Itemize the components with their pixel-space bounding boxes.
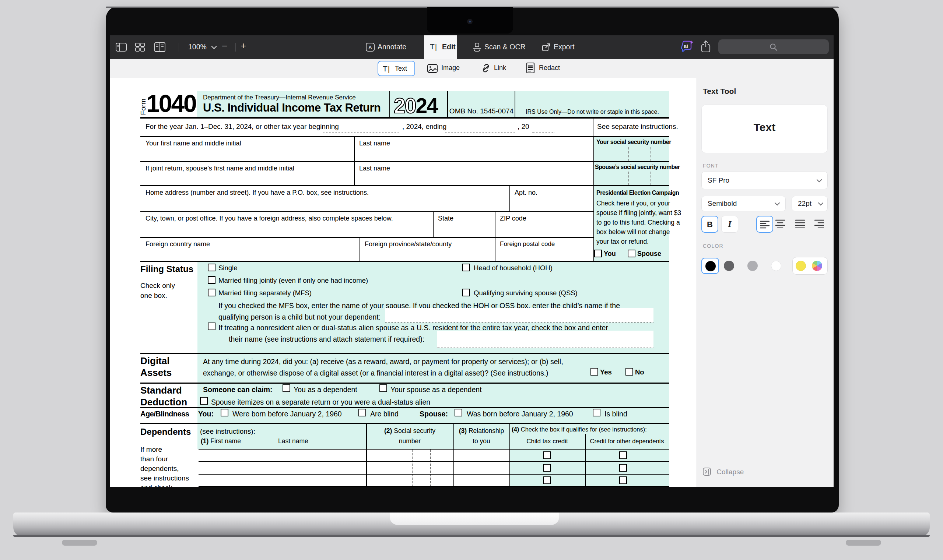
divider: [510, 186, 510, 211]
digital-yes-label: Yes: [600, 368, 612, 376]
camera-notch: [427, 7, 513, 34]
single-checkbox[interactable]: [208, 264, 216, 271]
divider: [199, 486, 669, 487]
divider: [495, 212, 495, 237]
campaign-you-checkbox[interactable]: [594, 250, 602, 257]
tax-year-end-field[interactable]: [445, 124, 515, 133]
scan-ocr-icon[interactable]: [473, 42, 481, 52]
divider: [140, 185, 669, 186]
tool-redact-label[interactable]: Redact: [539, 64, 560, 72]
spouse-itemizes-checkbox[interactable]: [200, 397, 208, 405]
campaign-spouse-checkbox[interactable]: [628, 250, 635, 257]
presidential-line: to go to this fund. Checking a: [596, 219, 680, 227]
divider: [140, 161, 669, 162]
font-weight-select[interactable]: Semibold: [701, 196, 786, 211]
form-number: 1040: [146, 88, 196, 119]
ssn-separator: [412, 449, 413, 487]
laptop-base: [13, 512, 930, 537]
font-size-select[interactable]: 22pt: [792, 196, 828, 211]
divider: [140, 383, 669, 384]
collapse-panel-icon: [703, 468, 711, 476]
thumbnails-view-icon[interactable]: [135, 43, 145, 52]
qualifying-person-field[interactable]: [385, 308, 653, 323]
tab-export[interactable]: Export: [554, 43, 574, 51]
font-family-select[interactable]: SF Pro: [701, 172, 828, 189]
tab-edit[interactable]: T| Edit: [424, 35, 457, 59]
link-tool-icon[interactable]: [481, 63, 491, 73]
sidebar-toggle-icon[interactable]: [116, 43, 127, 52]
tab-annotate[interactable]: Annotate: [378, 43, 406, 51]
two-page-view-icon[interactable]: [154, 42, 165, 52]
zoom-level[interactable]: 100%: [188, 43, 206, 51]
zoom-in-button[interactable]: +: [240, 41, 246, 51]
spouse-blind-checkbox[interactable]: [593, 409, 601, 416]
dep2-ctc-checkbox[interactable]: [543, 464, 551, 472]
tax-year-20-field[interactable]: [532, 124, 555, 133]
color-wheel-swatch[interactable]: [812, 261, 822, 271]
foreign-country-label: Foreign country name: [145, 240, 210, 249]
ai-assistant-icon[interactable]: ai: [679, 40, 695, 54]
collapse-button[interactable]: Collapse: [703, 468, 744, 476]
dep1-ctc-checkbox[interactable]: [543, 451, 551, 459]
export-icon[interactable]: [542, 43, 551, 52]
font-section-label: FONT: [703, 163, 719, 169]
tool-link-label[interactable]: Link: [494, 64, 506, 72]
claim-spouse-checkbox[interactable]: [379, 385, 387, 392]
tool-text-button[interactable]: T| Text: [378, 61, 415, 76]
align-center-icon[interactable]: [775, 220, 785, 228]
color-black-swatch[interactable]: [701, 258, 719, 274]
apt-no-label: Apt. no.: [515, 189, 538, 197]
italic-button[interactable]: I: [721, 216, 738, 233]
you-born-checkbox[interactable]: [220, 409, 228, 416]
digital-no-checkbox[interactable]: [626, 368, 633, 375]
filing-note: one box.: [140, 291, 167, 300]
nra-name-field[interactable]: [437, 331, 653, 348]
ssn-separator: [650, 172, 651, 185]
annotate-icon[interactable]: A: [366, 43, 374, 52]
align-left-button[interactable]: [756, 216, 773, 233]
irs-use-only: IRS Use Only—Do not write or staple in t…: [517, 108, 668, 115]
chevron-down-icon: [816, 179, 822, 183]
bold-button[interactable]: B: [701, 216, 718, 233]
color-white-swatch[interactable]: [771, 261, 781, 271]
digital-no-label: No: [635, 368, 644, 376]
share-icon[interactable]: [700, 40, 711, 53]
svg-text:A: A: [368, 45, 372, 50]
color-yellow-swatch[interactable]: [796, 261, 806, 271]
spouse-first-name-label: If joint return, spouse’s first name and…: [145, 164, 294, 173]
text-preview: Text: [702, 121, 827, 134]
you-blind-checkbox[interactable]: [358, 409, 366, 416]
redact-tool-icon[interactable]: [526, 63, 535, 74]
mfj-checkbox[interactable]: [208, 276, 216, 284]
mfs-checkbox[interactable]: [208, 289, 216, 296]
digital-yes-checkbox[interactable]: [590, 368, 598, 375]
tab-scan-ocr[interactable]: Scan & OCR: [484, 43, 525, 51]
mfs-label: Married filing separately (MFS): [219, 289, 312, 297]
divider: [593, 118, 593, 136]
document-viewer[interactable]: Form 1040 Department of the Treasury—Int…: [110, 78, 696, 487]
dep3-ctc-checkbox[interactable]: [543, 477, 551, 484]
presidential-line: your tax or refund.: [596, 238, 649, 246]
zoom-out-button[interactable]: −: [222, 41, 227, 51]
dep3-odc-checkbox[interactable]: [619, 477, 627, 484]
color-darkgray-swatch[interactable]: [724, 261, 734, 271]
nra-checkbox[interactable]: [208, 323, 216, 330]
claim-you-checkbox[interactable]: [282, 385, 290, 392]
dep-col4-header: (4) Check the box if qualifies for (see …: [512, 426, 647, 433]
form-title: U.S. Individual Income Tax Return: [203, 101, 381, 115]
tool-image-label[interactable]: Image: [441, 64, 460, 72]
tax-year-begin-field[interactable]: [324, 124, 399, 133]
align-right-icon[interactable]: [814, 220, 824, 228]
hoh-checkbox[interactable]: [462, 264, 470, 271]
search-input[interactable]: [718, 39, 829, 54]
spouse-born-checkbox[interactable]: [455, 409, 462, 416]
align-justify-icon[interactable]: [795, 220, 805, 228]
color-lightgray-swatch[interactable]: [747, 261, 758, 271]
zoom-chevron-down-icon[interactable]: [211, 46, 217, 49]
dep1-odc-checkbox[interactable]: [619, 451, 627, 459]
filing-note: Check only: [140, 281, 175, 290]
tax-year: 2024: [394, 93, 438, 119]
dep2-odc-checkbox[interactable]: [619, 464, 627, 472]
qss-checkbox[interactable]: [462, 289, 470, 296]
image-tool-icon[interactable]: [427, 64, 438, 73]
